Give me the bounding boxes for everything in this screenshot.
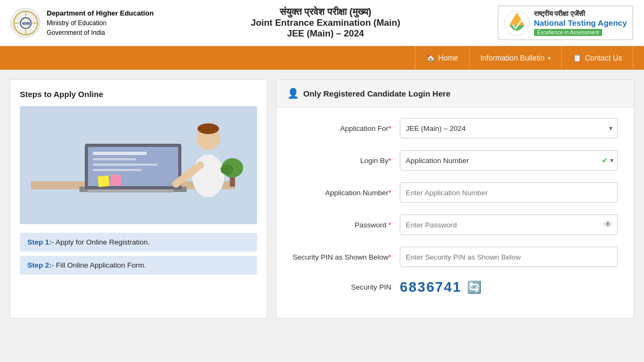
login-form: Application For* JEE (Main) – 2024 ▾ Log… <box>276 107 634 318</box>
security-pin-display-label: Security PIN <box>292 283 400 291</box>
security-pin-input[interactable] <box>400 247 618 267</box>
gov-ministry: Ministry of Education <box>47 18 153 28</box>
svg-rect-14 <box>93 152 147 155</box>
nav-home-label: Home <box>438 54 458 62</box>
left-panel: Steps to Apply Online <box>10 79 267 319</box>
step2-label: Step 2:- <box>27 261 54 269</box>
nav-info-label: Information Bulletin <box>480 54 545 62</box>
security-pin-value: 6836741 <box>400 279 462 295</box>
gov-country: Government of India <box>47 28 153 38</box>
application-number-input[interactable] <box>400 182 618 203</box>
exam-title-year: JEE (Main) – 2024 <box>153 28 497 39</box>
login-panel-header: 👤 Only Registered Candidate Login Here <box>276 80 634 107</box>
nta-tagline: Excellence in Assessment <box>534 29 603 36</box>
step1-text: Apply for Online Registration. <box>56 238 150 246</box>
application-number-row: Application Number* <box>292 182 618 203</box>
login-by-wrapper[interactable]: Application Number ✔ ▾ <box>400 150 618 171</box>
password-row: Password * 👁 <box>292 215 618 235</box>
nav-contact-label: Contact Us <box>585 54 622 62</box>
security-pin-display: 6836741 🔄 <box>400 279 481 295</box>
home-icon: 🏠 <box>426 54 435 62</box>
login-by-select[interactable]: Application Number <box>400 150 618 171</box>
gov-branding: भारत Department of Higher Education Mini… <box>11 8 153 38</box>
svg-rect-27 <box>87 189 173 193</box>
svg-point-19 <box>192 154 224 197</box>
chevron-down-icon: ▾ <box>548 55 551 61</box>
nav-info-bulletin[interactable]: Information Bulletin ▾ <box>470 46 562 70</box>
exam-title: संयुक्त प्रवेश परीक्षा (मुख्य) Joint Ent… <box>153 6 497 39</box>
security-pin-input-row: Security PIN as Shown Below* <box>292 247 618 267</box>
nav-contact[interactable]: 📋 Contact Us <box>562 46 633 70</box>
svg-point-21 <box>197 123 219 134</box>
nta-hindi: राष्ट्रीय परीक्षा एजेंसी <box>534 10 627 18</box>
exam-title-hindi: संयुक्त प्रवेश परीक्षा (मुख्य) <box>153 6 497 18</box>
page-header: भारत Department of Higher Education Mini… <box>0 0 644 46</box>
chevron-down-icon: ▾ <box>610 157 613 164</box>
svg-rect-15 <box>93 158 136 160</box>
nta-text-block: राष्ट्रीय परीक्षा एजेंसी National Testin… <box>534 10 627 36</box>
refresh-icon[interactable]: 🔄 <box>467 280 481 294</box>
login-title: Only Registered Candidate Login Here <box>303 89 450 98</box>
application-for-select[interactable]: JEE (Main) – 2024 <box>400 118 618 138</box>
application-for-label: Application For* <box>292 124 400 132</box>
navbar: 🏠 Home Information Bulletin ▾ 📋 Contact … <box>0 46 644 70</box>
step1-box: Step 1:- Apply for Online Registration. <box>20 233 257 252</box>
gov-dept: Department of Higher Education <box>47 8 153 19</box>
gov-text: Department of Higher Education Ministry … <box>47 8 153 38</box>
svg-rect-17 <box>93 169 141 171</box>
application-number-label: Application Number* <box>292 189 400 197</box>
gov-emblem: भारत <box>11 8 40 38</box>
eye-icon[interactable]: 👁 <box>604 220 612 230</box>
check-icon: ✔ <box>602 156 608 165</box>
steps-image <box>20 106 257 224</box>
step2-box: Step 2:- Fill Online Application Form. <box>20 256 257 275</box>
nta-english: National Testing Agency <box>534 18 627 27</box>
right-panel: 👤 Only Registered Candidate Login Here A… <box>276 79 634 319</box>
password-wrapper: 👁 <box>400 215 618 235</box>
person-icon: 👤 <box>287 87 299 99</box>
application-for-wrapper[interactable]: JEE (Main) – 2024 ▾ <box>400 118 618 138</box>
nta-branding: राष्ट्रीय परीक्षा एजेंसी National Testin… <box>497 5 633 40</box>
exam-title-english: Joint Entrance Examination (Main) <box>153 18 497 28</box>
nta-logo: राष्ट्रीय परीक्षा एजेंसी National Testin… <box>497 5 633 40</box>
svg-point-24 <box>221 164 233 175</box>
steps-title: Steps to Apply Online <box>20 90 257 99</box>
step2-text: Fill Online Application Form. <box>56 261 146 269</box>
svg-rect-25 <box>98 175 109 187</box>
password-input[interactable] <box>400 215 618 235</box>
svg-text:भारत: भारत <box>21 21 30 26</box>
password-label: Password * <box>292 221 400 229</box>
login-by-row: Login By* Application Number ✔ ▾ <box>292 150 618 171</box>
svg-rect-26 <box>110 174 121 186</box>
security-pin-display-row: Security PIN 6836741 🔄 <box>292 279 618 295</box>
contact-icon: 📋 <box>573 54 582 62</box>
application-for-row: Application For* JEE (Main) – 2024 ▾ <box>292 118 618 138</box>
svg-rect-16 <box>93 164 157 166</box>
main-content: Steps to Apply Online <box>0 70 644 328</box>
nav-home[interactable]: 🏠 Home <box>415 46 470 70</box>
security-pin-input-label: Security PIN as Shown Below* <box>292 253 400 261</box>
login-by-label: Login By* <box>292 157 400 165</box>
nta-emblem <box>504 10 530 36</box>
step1-label: Step 1:- <box>27 238 54 246</box>
